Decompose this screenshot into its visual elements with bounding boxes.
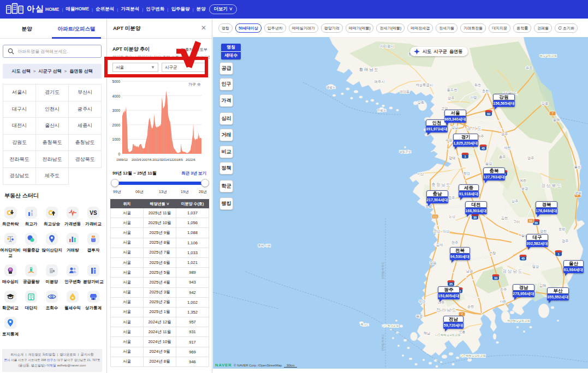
svg-text:5000: 5000 bbox=[112, 80, 121, 83]
svg-text:3000: 3000 bbox=[112, 109, 121, 112]
svg-text:덕적군도: 덕적군도 bbox=[399, 150, 412, 153]
svg-text:원주: 원주 bbox=[501, 132, 508, 136]
svg-text:인천항-제주도: 인천항-제주도 bbox=[381, 262, 384, 279]
svg-text:가구 수: 가구 수 bbox=[188, 82, 201, 86]
svg-text:순천: 순천 bbox=[467, 304, 474, 308]
svg-text:황해남도: 황해남도 bbox=[359, 67, 379, 72]
svg-text:정읍: 정읍 bbox=[430, 261, 437, 265]
svg-text:경상남도: 경상남도 bbox=[502, 269, 523, 274]
svg-text:목포: 목포 bbox=[416, 314, 423, 318]
svg-text:60: 60 bbox=[487, 112, 490, 116]
svg-text:영덕: 영덕 bbox=[575, 191, 581, 195]
svg-text:천안: 천안 bbox=[464, 171, 471, 175]
svg-text:연평도: 연평도 bbox=[377, 109, 387, 112]
svg-text:문경: 문경 bbox=[521, 186, 528, 191]
svg-text:익산: 익산 bbox=[443, 229, 450, 233]
svg-text:황해 서해: 황해 서해 bbox=[258, 244, 271, 247]
svg-text:동두천: 동두천 bbox=[447, 88, 458, 92]
svg-text:151: 151 bbox=[432, 215, 437, 218]
svg-text:전주: 전주 bbox=[452, 240, 459, 244]
svg-text:1000: 1000 bbox=[112, 137, 121, 141]
svg-text:예천: 예천 bbox=[520, 178, 527, 182]
svg-text:양주: 양주 bbox=[448, 96, 455, 100]
svg-text:밀양: 밀양 bbox=[532, 264, 539, 269]
svg-text:해남: 해남 bbox=[424, 331, 431, 335]
svg-text:충청남도: 충청남도 bbox=[431, 182, 451, 187]
svg-text:남원: 남원 bbox=[466, 269, 473, 273]
svg-text:논산: 논산 bbox=[449, 214, 456, 218]
svg-text:울진: 울진 bbox=[574, 165, 581, 169]
svg-text:화천: 화천 bbox=[474, 83, 481, 87]
svg-text:45: 45 bbox=[482, 147, 485, 150]
svg-text:강릉: 강릉 bbox=[542, 101, 549, 106]
svg-text:사리원시: 사리원시 bbox=[380, 44, 394, 48]
svg-text:인천항-제주도: 인천항-제주도 bbox=[381, 334, 384, 351]
svg-text:35: 35 bbox=[473, 216, 477, 219]
svg-text:공주: 공주 bbox=[448, 196, 455, 200]
svg-text:33: 33 bbox=[494, 276, 497, 280]
svg-text:흑산도: 흑산도 bbox=[361, 323, 369, 326]
svg-text:경주: 경주 bbox=[562, 239, 569, 243]
svg-text:진주: 진주 bbox=[500, 287, 507, 291]
svg-text:강화: 강화 bbox=[418, 100, 425, 105]
svg-text:춘천: 춘천 bbox=[482, 89, 489, 93]
svg-text:전라남도: 전라남도 bbox=[436, 308, 457, 312]
svg-text:가평: 가평 bbox=[470, 95, 477, 100]
svg-text:한려해상국립공원: 한려해상국립공원 bbox=[507, 319, 530, 323]
svg-text:영천: 영천 bbox=[540, 229, 547, 233]
svg-text:음성: 음성 bbox=[485, 161, 492, 166]
svg-text:김해: 김해 bbox=[539, 284, 547, 287]
svg-text:영주: 영주 bbox=[527, 156, 534, 160]
svg-text:45: 45 bbox=[521, 257, 525, 260]
svg-text:59: 59 bbox=[529, 219, 532, 222]
svg-text:다도해상공원: 다도해상공원 bbox=[382, 324, 399, 328]
svg-text:제천: 제천 bbox=[504, 146, 511, 149]
svg-text:무안: 무안 bbox=[419, 299, 426, 303]
svg-text:속초: 속초 bbox=[526, 65, 533, 69]
svg-text:포항: 포항 bbox=[559, 227, 566, 231]
svg-text:충주: 충주 bbox=[499, 155, 506, 159]
svg-text:다도해해상국립공원: 다도해해상국립공원 bbox=[435, 333, 461, 337]
svg-text:30: 30 bbox=[534, 221, 538, 225]
svg-text:상주: 상주 bbox=[512, 199, 519, 203]
svg-text:4000: 4000 bbox=[112, 94, 121, 98]
svg-text:사천: 사천 bbox=[500, 299, 507, 303]
svg-text:개성특급시: 개성특급시 bbox=[415, 83, 432, 87]
svg-text:해상국립공원: 해상국립공원 bbox=[539, 54, 556, 58]
svg-text:경기도: 경기도 bbox=[467, 126, 483, 131]
svg-text:2000: 2000 bbox=[112, 123, 121, 127]
svg-text:군산: 군산 bbox=[433, 229, 441, 233]
svg-text:거창: 거창 bbox=[489, 251, 496, 255]
svg-text:백령도: 백령도 bbox=[326, 86, 336, 89]
svg-text:김천: 김천 bbox=[501, 216, 508, 220]
svg-text:1: 1 bbox=[464, 155, 466, 158]
svg-text:0: 0 bbox=[118, 152, 120, 156]
svg-text:성남: 성남 bbox=[452, 125, 459, 130]
svg-text:평택: 평택 bbox=[449, 156, 456, 160]
svg-text:동해: 동해 bbox=[553, 118, 560, 122]
svg-text:경상북도: 경상북도 bbox=[541, 183, 562, 188]
svg-text:구미: 구미 bbox=[513, 220, 520, 224]
svg-text:해주시: 해주시 bbox=[374, 80, 385, 83]
svg-text:다도해해상국립공원: 다도해해상국립공원 bbox=[460, 354, 486, 358]
svg-text:김제: 김제 bbox=[436, 243, 443, 246]
svg-text:서산: 서산 bbox=[417, 172, 424, 176]
svg-text:25: 25 bbox=[449, 282, 453, 286]
svg-text:연안읍: 연안읍 bbox=[400, 90, 409, 93]
svg-text:7: 7 bbox=[551, 112, 553, 115]
svg-text:수원: 수원 bbox=[446, 138, 453, 142]
svg-text:1: 1 bbox=[557, 252, 559, 256]
